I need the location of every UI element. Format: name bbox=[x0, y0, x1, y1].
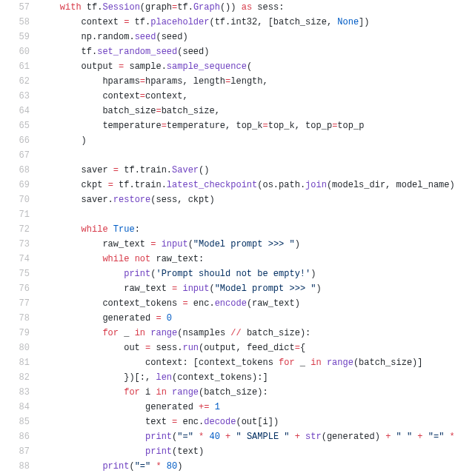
code-token: raw_text bbox=[39, 284, 172, 294]
code-line[interactable]: 63 context=context, bbox=[0, 89, 455, 104]
code-line[interactable]: 79 for _ in range(nsamples // batch_size… bbox=[0, 326, 455, 341]
code-token: set_random_seed bbox=[97, 47, 177, 57]
code-line[interactable]: 80 out = sess.run(output, feed_dict={ bbox=[0, 341, 455, 355]
code-line[interactable]: 69 ckpt = tf.train.latest_checkpoint(os.… bbox=[0, 178, 455, 192]
code-token: = bbox=[108, 180, 113, 190]
code-token: // bbox=[230, 328, 241, 338]
code-line[interactable]: 86 print("=" * 40 + " SAMPLE " + str(gen… bbox=[0, 429, 455, 444]
code-token: top_k bbox=[236, 121, 262, 131]
code-token: 'Prompt should not be empty!' bbox=[156, 269, 310, 279]
code-source[interactable]: np.random.seed(seed) bbox=[39, 30, 455, 44]
code-line[interactable]: 75 print('Prompt should not be empty!') bbox=[0, 267, 455, 281]
code-source[interactable]: batch_size=batch_size, bbox=[39, 104, 455, 118]
code-line[interactable]: 76 raw_text = input("Model prompt >>> ") bbox=[0, 281, 455, 296]
code-line[interactable]: 62 hparams=hparams, length=length, bbox=[0, 74, 455, 89]
code-source[interactable]: text = enc.decode(out[i]) bbox=[39, 415, 455, 429]
code-token: Session bbox=[102, 2, 139, 13]
code-source[interactable]: hparams=hparams, length=length, bbox=[39, 74, 455, 89]
code-token: input bbox=[182, 284, 209, 294]
code-source[interactable]: print("=" * 40 + " SAMPLE " + str(genera… bbox=[39, 429, 455, 444]
code-source[interactable]: print("=" * 80) bbox=[39, 459, 455, 474]
code-source[interactable]: out = sess.run(output, feed_dict={ bbox=[39, 341, 455, 355]
code-source[interactable]: print(text) bbox=[39, 444, 455, 459]
code-line[interactable]: 83 for i in range(batch_size): bbox=[0, 385, 455, 400]
code-token: input bbox=[162, 239, 188, 249]
line-number: 74 bbox=[0, 252, 39, 267]
code-source[interactable]: temperature=temperature, top_k=top_k, to… bbox=[39, 118, 455, 133]
code-source[interactable]: saver.restore(sess, ckpt) bbox=[39, 192, 455, 207]
code-token: print bbox=[124, 269, 150, 279]
code-token: sess: bbox=[252, 2, 284, 13]
code-source[interactable]: for i in range(batch_size): bbox=[39, 385, 455, 400]
code-token bbox=[162, 313, 167, 324]
code-source[interactable]: context_tokens = enc.encode(raw_text) bbox=[39, 296, 455, 311]
code-source[interactable]: generated = 0 bbox=[39, 311, 455, 326]
code-line[interactable]: 66 ) bbox=[0, 133, 455, 148]
line-number: 63 bbox=[0, 89, 39, 104]
line-number: 81 bbox=[0, 355, 39, 370]
code-source[interactable]: generated += 1 bbox=[39, 400, 455, 415]
code-source[interactable]: })[:, len(context_tokens):] bbox=[39, 370, 455, 385]
code-token: = bbox=[156, 106, 161, 116]
code-line[interactable]: 67 bbox=[0, 148, 455, 163]
code-source[interactable]: while not raw_text: bbox=[39, 252, 455, 267]
code-source[interactable]: ) bbox=[39, 133, 455, 148]
code-token: (os.path. bbox=[257, 180, 305, 190]
line-number: 87 bbox=[0, 444, 39, 459]
code-source[interactable]: context=context, bbox=[39, 89, 455, 104]
code-source[interactable]: context: [context_tokens for _ in range(… bbox=[39, 355, 455, 370]
code-token bbox=[444, 432, 449, 442]
code-source[interactable]: while True: bbox=[39, 222, 455, 237]
line-number: 85 bbox=[0, 415, 39, 429]
code-token: ()) bbox=[220, 2, 242, 13]
code-source[interactable] bbox=[39, 207, 455, 222]
line-number: 67 bbox=[0, 148, 39, 163]
code-line[interactable]: 88 print("=" * 80) bbox=[0, 459, 455, 474]
code-source[interactable]: with tf.Session(graph=tf.Graph()) as ses… bbox=[39, 0, 455, 15]
code-line[interactable]: 72 while True: bbox=[0, 222, 455, 237]
code-line[interactable]: 81 context: [context_tokens for _ in ran… bbox=[0, 355, 455, 370]
code-line[interactable]: 85 text = enc.decode(out[i]) bbox=[0, 415, 455, 429]
line-number: 75 bbox=[0, 267, 39, 281]
code-line[interactable]: 71 bbox=[0, 207, 455, 222]
code-source[interactable] bbox=[39, 148, 455, 163]
code-token: temperature bbox=[102, 121, 161, 131]
code-line[interactable]: 65 temperature=temperature, top_k=top_k,… bbox=[0, 118, 455, 133]
code-source[interactable]: output = sample.sample_sequence( bbox=[39, 59, 455, 74]
code-token: saver. bbox=[39, 195, 113, 205]
code-source[interactable]: saver = tf.train.Saver() bbox=[39, 163, 455, 178]
code-source[interactable]: print('Prompt should not be empty!') bbox=[39, 267, 455, 281]
code-token: (raw_text) bbox=[247, 298, 300, 309]
code-token: ( bbox=[188, 239, 193, 249]
code-token: for bbox=[102, 328, 119, 338]
code-line[interactable]: 87 print(text) bbox=[0, 444, 455, 459]
code-source[interactable]: for _ in range(nsamples // batch_size): bbox=[39, 326, 455, 341]
code-line[interactable]: 64 batch_size=batch_size, bbox=[0, 104, 455, 118]
code-line[interactable]: 74 while not raw_text: bbox=[0, 252, 455, 267]
code-line[interactable]: 84 generated += 1 bbox=[0, 400, 455, 415]
code-token: top_p bbox=[305, 121, 332, 131]
code-line[interactable]: 68 saver = tf.train.Saver() bbox=[0, 163, 455, 178]
code-line[interactable]: 57 with tf.Session(graph=tf.Graph()) as … bbox=[0, 0, 455, 15]
code-source[interactable]: raw_text = input("Model prompt >>> ") bbox=[39, 281, 455, 296]
code-line[interactable]: 60 tf.set_random_seed(seed) bbox=[0, 44, 455, 59]
code-source[interactable]: tf.set_random_seed(seed) bbox=[39, 44, 455, 59]
code-line[interactable]: 82 })[:, len(context_tokens):] bbox=[0, 370, 455, 385]
code-source[interactable]: context = tf.placeholder(tf.int32, [batc… bbox=[39, 15, 455, 30]
code-line[interactable]: 58 context = tf.placeholder(tf.int32, [b… bbox=[0, 15, 455, 30]
code-token: = bbox=[113, 165, 119, 175]
code-token: temperature, bbox=[167, 121, 236, 131]
code-token: = bbox=[140, 76, 145, 87]
code-token: print bbox=[102, 461, 129, 472]
code-token: saver bbox=[39, 165, 113, 175]
code-line[interactable]: 73 raw_text = input("Model prompt >>> ") bbox=[0, 237, 455, 252]
line-number: 72 bbox=[0, 222, 39, 237]
code-line[interactable]: 59 np.random.seed(seed) bbox=[0, 30, 455, 44]
code-source[interactable]: ckpt = tf.train.latest_checkpoint(os.pat… bbox=[39, 178, 455, 192]
code-line[interactable]: 78 generated = 0 bbox=[0, 311, 455, 326]
code-line[interactable]: 61 output = sample.sample_sequence( bbox=[0, 59, 455, 74]
code-line[interactable]: 77 context_tokens = enc.encode(raw_text) bbox=[0, 296, 455, 311]
code-source[interactable]: raw_text = input("Model prompt >>> ") bbox=[39, 237, 455, 252]
code-line[interactable]: 70 saver.restore(sess, ckpt) bbox=[0, 192, 455, 207]
code-token: (seed) bbox=[156, 32, 187, 42]
